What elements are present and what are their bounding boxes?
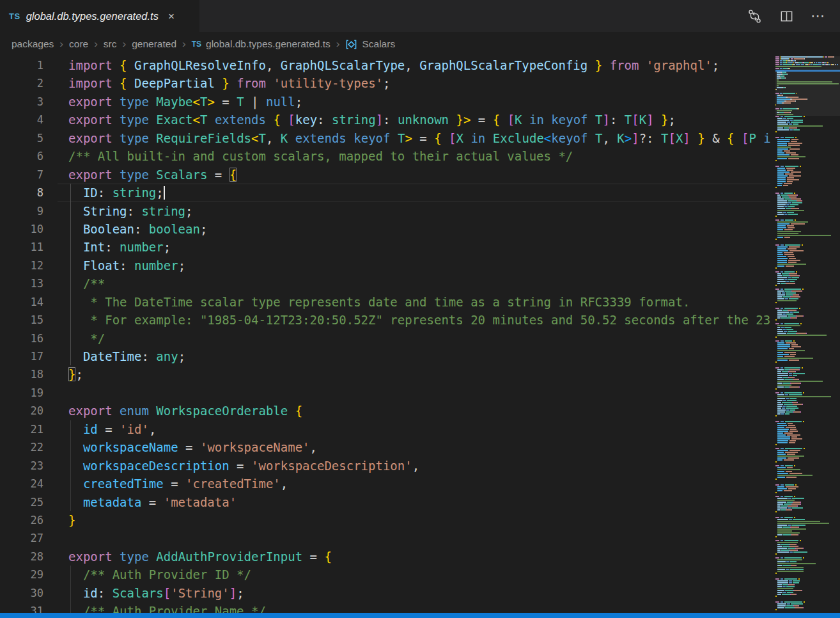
line-number: 11	[0, 238, 58, 256]
line-number: 2	[0, 74, 58, 92]
code-line[interactable]: 20export enum WorkspaceOrderable {	[0, 402, 770, 420]
line-number: 7	[0, 166, 58, 184]
close-tab-icon[interactable]: ×	[168, 11, 175, 22]
line-number: 1	[0, 56, 58, 74]
code-line[interactable]: 11 Int: number;	[0, 238, 770, 256]
line-number: 29	[0, 566, 58, 583]
line-number: 8	[0, 184, 58, 202]
chevron-right-icon: ›	[336, 38, 340, 51]
breadcrumb: packages›core›src›generated›TSglobal.db.…	[0, 32, 840, 56]
minimap[interactable]	[775, 56, 840, 613]
code-line[interactable]: 3export type Maybe<T> = T | null;	[0, 93, 770, 111]
breadcrumb-item-packages[interactable]: packages	[12, 38, 54, 50]
line-number: 6	[0, 147, 58, 165]
code-line[interactable]: 7export type Scalars = {	[0, 166, 770, 184]
code-lines: 1import { GraphQLResolveInfo, GraphQLSca…	[0, 56, 770, 613]
breadcrumb-item-scalars[interactable]: Scalars	[345, 38, 395, 50]
chevron-right-icon: ›	[59, 38, 63, 51]
line-number: 17	[0, 347, 58, 365]
status-bar[interactable]	[0, 613, 840, 618]
line-number: 28	[0, 548, 58, 566]
code-line[interactable]: 28export type AddAuthProviderInput = {	[0, 548, 770, 566]
line-number: 12	[0, 257, 58, 274]
line-number: 21	[0, 420, 58, 438]
code-line[interactable]: 9 String: string;	[0, 202, 770, 220]
tab-global-db-types[interactable]: TS global.db.types.generated.ts ×	[0, 0, 199, 32]
typescript-file-icon: TS	[192, 40, 201, 49]
code-line[interactable]: 26}	[0, 511, 770, 529]
code-line[interactable]: 24 createdTime = 'createdTime',	[0, 475, 770, 493]
code-line[interactable]: 2import { DeepPartial } from 'utility-ty…	[0, 74, 770, 92]
code-line[interactable]: 23 workspaceDescription = 'workspaceDesc…	[0, 457, 770, 475]
breadcrumb-item-src[interactable]: src	[104, 38, 117, 50]
line-number: 30	[0, 584, 58, 602]
code-line[interactable]: 13 /**	[0, 274, 770, 292]
more-actions-icon[interactable]: ⋯	[811, 9, 826, 23]
code-line[interactable]: 25 metadata = 'metadata'	[0, 493, 770, 511]
code-line[interactable]: 12 Float: number;	[0, 257, 770, 274]
line-number: 26	[0, 511, 58, 529]
open-changes-icon[interactable]	[747, 8, 763, 24]
line-number: 31	[0, 602, 58, 613]
line-number: 9	[0, 202, 58, 220]
code-line[interactable]: 4export type Exact<T extends { [key: str…	[0, 111, 770, 129]
chevron-right-icon: ›	[182, 38, 186, 51]
line-number: 25	[0, 493, 58, 511]
tab-bar: TS global.db.types.generated.ts ×	[0, 0, 840, 32]
text-cursor	[164, 186, 165, 200]
line-number: 3	[0, 93, 58, 111]
line-number: 27	[0, 529, 58, 547]
code-line[interactable]: 30 id: Scalars['String'];	[0, 584, 770, 602]
breadcrumb-item-core[interactable]: core	[69, 38, 88, 50]
code-line[interactable]: 10 Boolean: boolean;	[0, 220, 770, 238]
code-line[interactable]: 5export type RequireFields<T, K extends …	[0, 129, 770, 147]
vscode-window: TS global.db.types.generated.ts ×	[0, 0, 840, 618]
code-line[interactable]: 21 id = 'id',	[0, 420, 770, 438]
code-line[interactable]: 14 * The DateTime scalar type represents…	[0, 293, 770, 311]
line-number: 24	[0, 475, 58, 493]
breadcrumb-item-global-db-types-generated-ts[interactable]: TSglobal.db.types.generated.ts	[192, 38, 331, 50]
typescript-file-icon: TS	[9, 12, 20, 21]
code-line[interactable]: 31 /** Auth Provider Name */	[0, 602, 770, 613]
line-number: 20	[0, 402, 58, 420]
chevron-right-icon: ›	[94, 38, 98, 51]
code-line[interactable]: 8 ID: string;	[0, 184, 770, 202]
breadcrumb-item-generated[interactable]: generated	[132, 38, 176, 50]
code-line[interactable]: 22 workspaceName = 'workspaceName',	[0, 438, 770, 456]
minimap-rows	[775, 56, 840, 612]
code-editor[interactable]: 1import { GraphQLResolveInfo, GraphQLSca…	[0, 56, 770, 613]
code-line[interactable]: 27	[0, 529, 770, 547]
tab-title: global.db.types.generated.ts	[26, 10, 159, 22]
code-line[interactable]: 29 /** Auth Provider ID */	[0, 566, 770, 583]
line-number: 23	[0, 457, 58, 475]
code-line[interactable]: 6/** All built-in and custom scalars, ma…	[0, 147, 770, 165]
code-line[interactable]: 18};	[0, 365, 770, 383]
line-number: 16	[0, 329, 58, 347]
line-number: 4	[0, 111, 58, 129]
code-line[interactable]: 19	[0, 384, 770, 402]
line-number: 15	[0, 311, 58, 329]
code-line[interactable]: 17 DateTime: any;	[0, 347, 770, 365]
code-line[interactable]: 15 * For example: "1985-04-12T23:20:50.5…	[0, 311, 770, 329]
code-line[interactable]: 16 */	[0, 329, 770, 347]
symbol-type-icon	[345, 39, 357, 50]
split-editor-icon[interactable]	[779, 9, 794, 24]
line-number: 10	[0, 220, 58, 238]
line-number: 14	[0, 293, 58, 311]
line-number: 5	[0, 129, 58, 147]
editor-actions: ⋯	[747, 0, 840, 32]
code-line[interactable]: 1import { GraphQLResolveInfo, GraphQLSca…	[0, 56, 770, 74]
line-number: 18	[0, 365, 58, 383]
line-number: 13	[0, 274, 58, 292]
chevron-right-icon: ›	[123, 38, 127, 51]
line-number: 22	[0, 438, 58, 456]
line-number: 19	[0, 384, 58, 402]
